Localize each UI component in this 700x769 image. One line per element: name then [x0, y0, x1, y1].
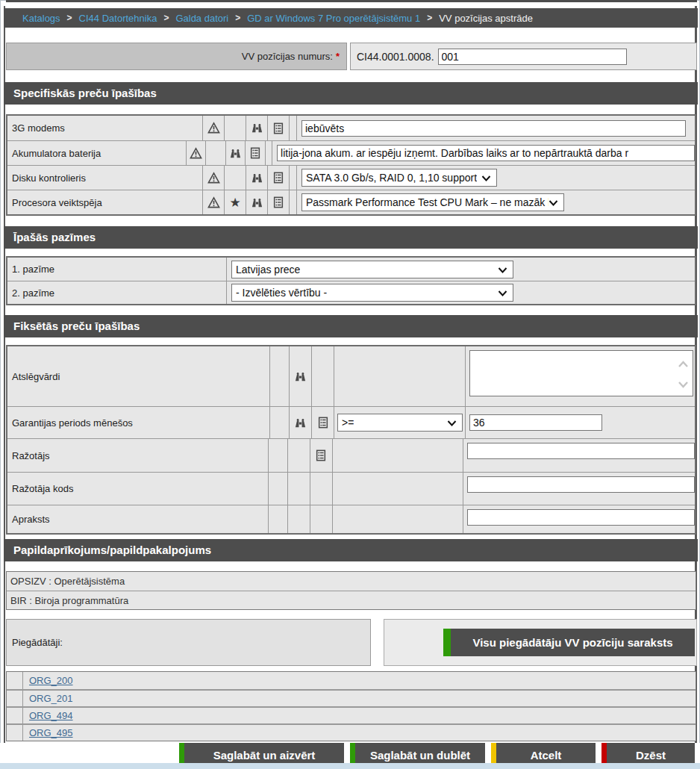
org-link[interactable]: ORG_495 [29, 727, 73, 738]
suppliers-row: Piegādātāji: Visu piegādātāju VV pozīcij… [6, 619, 697, 666]
middle-cell [333, 505, 463, 533]
row-label: Ražotāja kods [7, 473, 269, 505]
manufacturer-input[interactable] [467, 443, 695, 459]
spacer-cell [290, 116, 297, 140]
row-value-cell: SATA 3.0 Gb/s, RAID 0, 1,10 support [297, 166, 695, 190]
keywords-textarea-frame [469, 350, 693, 396]
breadcrumb-link-galda-datori[interactable]: Galda datori [175, 13, 228, 24]
empty-icon-cell [312, 346, 334, 406]
binoculars-icon[interactable] [290, 346, 312, 406]
list-icon[interactable] [268, 116, 290, 140]
warranty-months-input[interactable] [469, 414, 602, 431]
suppliers-label-cell: Piegādātāji: [6, 619, 371, 666]
suppliers-org-table: ORG_200 ORG_201 ORG_494 ORG_495 [6, 671, 696, 741]
section-title-fixed: Fiksētās preču īpašības [4, 315, 698, 337]
table-row: Akumulatora baterija [7, 140, 695, 165]
fixed-properties-table: Atslēgvārdi Garantijas periods mēnešos [6, 345, 696, 535]
breadcrumb-separator: > [427, 13, 432, 23]
disk-controller-select[interactable]: SATA 3.0 Gb/s, RAID 0, 1,10 support [301, 169, 497, 187]
warning-icon [203, 116, 225, 140]
section-title-specific: Specifiskās preču īpašības [4, 82, 698, 105]
empty-icon-cell [269, 439, 288, 472]
binoculars-icon[interactable] [246, 190, 268, 214]
table-row: Ražotāja kods [7, 472, 695, 505]
empty-icon-cell [288, 473, 310, 505]
row-value-cell [466, 346, 695, 406]
org-link-cell: ORG_494 [23, 708, 696, 723]
list-icon[interactable] [268, 166, 290, 190]
empty-icon-cell [270, 407, 290, 438]
org-link-cell: ORG_495 [23, 725, 696, 741]
row-label: Akumulatora baterija [7, 141, 187, 165]
row-value-cell [466, 407, 695, 438]
property-value-input[interactable] [301, 120, 686, 137]
breadcrumb-separator: > [235, 13, 240, 23]
select-value: SATA 3.0 Gb/s, RAID 0, 1,10 support [306, 172, 477, 184]
list-icon[interactable] [268, 190, 290, 214]
scroll-down-icon [678, 378, 689, 391]
empty-icon-cell [206, 141, 226, 165]
button-label: Saglabāt un dublēt [370, 749, 470, 762]
list-icon[interactable] [246, 141, 266, 165]
row-value-cell [463, 473, 695, 505]
position-number-label-cell: VV pozīcijas numurs: * [6, 43, 347, 70]
manufacturer-code-input[interactable] [467, 476, 695, 493]
property-value-input[interactable] [277, 145, 695, 161]
operator-cell: >= [334, 407, 466, 438]
binoculars-icon[interactable] [226, 141, 246, 165]
row-selector-cell [7, 708, 23, 723]
extra-item-label: BIR : Biroja programmatūra [10, 595, 128, 606]
binoculars-icon[interactable] [246, 166, 268, 190]
table-row: ORG_494 [7, 706, 696, 723]
list-item: BIR : Biroja programmatūra [7, 591, 696, 609]
breadcrumb-link-ci44[interactable]: CI44 Datortehnika [79, 13, 157, 24]
empty-icon-cell [288, 439, 310, 472]
keywords-textarea[interactable] [470, 351, 693, 396]
all-suppliers-positions-button[interactable]: Visu piegādātāju VV pozīciju saraksts [443, 629, 695, 656]
org-link[interactable]: ORG_201 [29, 693, 73, 704]
org-link[interactable]: ORG_200 [29, 675, 73, 686]
row-label: 2. pazīme [7, 281, 227, 304]
top-bar [6, 0, 697, 2]
breadcrumb-link-gd-windows7[interactable]: GD ar Windows 7 Pro operētājsistēmu 1 [247, 13, 420, 24]
suppliers-label: Piegādātāji: [12, 637, 63, 648]
breadcrumb-link-katalogs[interactable]: Katalogs [22, 13, 60, 24]
spacer-cell [266, 141, 272, 165]
required-mark: * [336, 51, 340, 62]
list-icon[interactable] [310, 439, 333, 472]
empty-icon-cell [288, 505, 310, 533]
cpu-performance-select[interactable]: Passmark Performance Test CPU Mark – ne … [301, 193, 564, 211]
table-row: 3G modems [7, 116, 695, 140]
table-row: 2. pazīme - Izvēlēties vērtību - [7, 281, 695, 304]
mark2-select[interactable]: - Izvēlēties vērtību - [231, 284, 513, 302]
binoculars-icon[interactable] [246, 116, 268, 140]
org-link[interactable]: ORG_494 [29, 710, 73, 721]
section-title-extras: Papildaprīkojums/papildpakalpojums [4, 539, 698, 561]
special-marks-table: 1. pazīme Latvijas prece 2. pazīme - Izv… [6, 256, 696, 305]
row-selector-cell [7, 725, 23, 741]
section-title-special: Īpašās pazīmes [4, 226, 698, 249]
warranty-operator-select[interactable]: >= [337, 414, 463, 432]
select-value: Passmark Performance Test CPU Mark – ne … [306, 196, 549, 208]
table-row: Apraksts [7, 505, 695, 533]
chevron-down-icon [549, 196, 558, 208]
button-label: Dzēst [636, 749, 666, 762]
list-icon[interactable] [312, 407, 334, 438]
row-value-cell: - Izvēlēties vērtību - [227, 281, 695, 304]
position-number-input[interactable] [438, 49, 627, 65]
middle-cell [333, 473, 463, 505]
position-number-prefix: CI44.0001.0008. [357, 51, 434, 63]
table-row: ORG_200 [7, 672, 696, 689]
table-row: ORG_495 [7, 723, 696, 741]
description-input[interactable] [467, 509, 695, 526]
row-label: 3G modems [7, 116, 203, 140]
table-row: Procesora veiktspēja ★ Passmark Performa… [7, 190, 695, 214]
org-link-cell: ORG_200 [23, 672, 696, 689]
mark1-select[interactable]: Latvijas prece [231, 261, 513, 278]
extras-list: OPSIZV : Operētājsistēma BIR : Biroja pr… [6, 571, 696, 610]
empty-icon-cell [310, 505, 333, 533]
bottom-status-strip [0, 763, 700, 769]
binoculars-icon[interactable] [290, 407, 312, 438]
frame-left-line [4, 6, 5, 763]
empty-icon-cell [225, 116, 246, 140]
